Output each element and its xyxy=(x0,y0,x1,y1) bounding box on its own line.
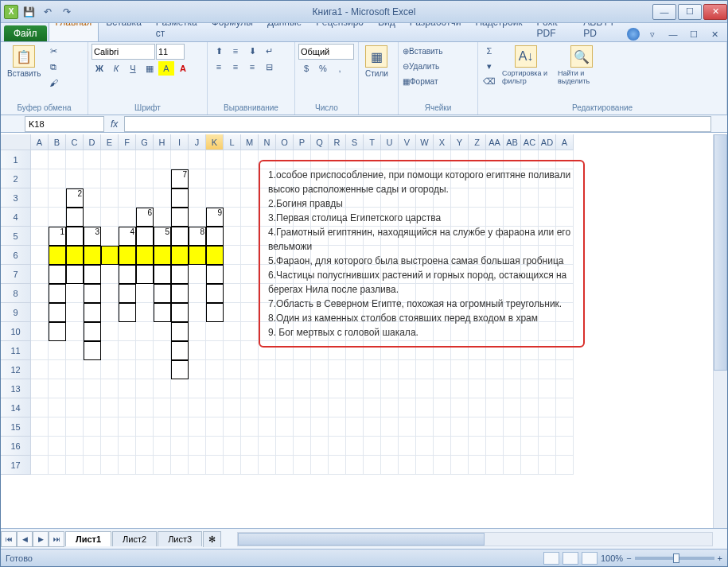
column-header[interactable]: U xyxy=(381,134,399,150)
cell[interactable] xyxy=(539,417,556,437)
cell[interactable] xyxy=(171,417,189,437)
crossword-cell[interactable] xyxy=(154,303,171,322)
cell[interactable] xyxy=(31,169,49,188)
sheet-tab[interactable]: Лист2 xyxy=(112,531,157,546)
cell[interactable] xyxy=(241,150,259,169)
cell[interactable] xyxy=(136,379,154,398)
cell[interactable] xyxy=(521,379,539,398)
font-color-button[interactable]: А xyxy=(175,61,191,76)
cell[interactable] xyxy=(241,246,259,265)
cell[interactable] xyxy=(101,303,119,322)
cell[interactable] xyxy=(556,360,574,379)
cell[interactable] xyxy=(224,379,241,398)
row-header[interactable]: 11 xyxy=(1,341,31,360)
cell[interactable] xyxy=(434,417,451,437)
cell[interactable] xyxy=(119,341,136,360)
column-header[interactable]: N xyxy=(259,134,276,150)
cell[interactable] xyxy=(469,437,486,456)
cell[interactable] xyxy=(84,169,101,188)
cell[interactable] xyxy=(504,417,521,437)
cell[interactable] xyxy=(276,437,294,456)
cell[interactable] xyxy=(66,322,84,341)
row-header[interactable]: 14 xyxy=(1,398,31,417)
column-header[interactable]: Q xyxy=(311,134,329,150)
cell[interactable] xyxy=(329,398,346,417)
crossword-cell[interactable] xyxy=(84,303,101,322)
comma-button[interactable]: , xyxy=(332,61,348,76)
cell[interactable] xyxy=(101,208,119,227)
cell[interactable] xyxy=(241,341,259,360)
vertical-scrollbar[interactable] xyxy=(713,134,727,528)
cell[interactable] xyxy=(84,150,101,169)
undo-button[interactable]: ↶ xyxy=(39,3,56,21)
cell[interactable] xyxy=(119,456,136,475)
cell[interactable] xyxy=(434,456,451,475)
cell[interactable] xyxy=(49,341,66,360)
cell[interactable] xyxy=(346,398,364,417)
cell[interactable] xyxy=(31,188,49,208)
crossword-cell[interactable] xyxy=(84,246,101,265)
underline-button[interactable]: Ч xyxy=(125,61,141,76)
crossword-cell[interactable] xyxy=(84,341,101,360)
cell[interactable] xyxy=(84,417,101,437)
font-name-combo[interactable]: Calibri xyxy=(91,44,155,60)
column-header[interactable]: S xyxy=(346,134,364,150)
cell[interactable] xyxy=(189,208,206,227)
cell[interactable] xyxy=(154,437,171,456)
cell[interactable] xyxy=(381,417,399,437)
align-top-button[interactable]: ⬆ xyxy=(211,44,227,58)
cell[interactable] xyxy=(224,188,241,208)
crossword-cell[interactable] xyxy=(206,284,224,303)
cell[interactable] xyxy=(136,360,154,379)
cell[interactable] xyxy=(364,456,381,475)
cell[interactable] xyxy=(241,265,259,284)
crossword-cell[interactable] xyxy=(119,284,136,303)
cell[interactable] xyxy=(416,417,434,437)
cell[interactable] xyxy=(469,398,486,417)
insert-cells-button[interactable]: ⊕ Вставить xyxy=(402,44,443,58)
cell[interactable] xyxy=(206,322,224,341)
row-header[interactable]: 2 xyxy=(1,169,31,188)
cell[interactable] xyxy=(84,437,101,456)
cell[interactable] xyxy=(486,417,504,437)
percent-button[interactable]: % xyxy=(315,61,331,76)
cell[interactable] xyxy=(66,437,84,456)
cell[interactable] xyxy=(469,360,486,379)
format-cells-button[interactable]: ▦ Формат xyxy=(402,74,439,88)
formula-input[interactable] xyxy=(124,116,711,132)
cut-button[interactable]: ✂ xyxy=(45,44,61,58)
cell[interactable] xyxy=(171,379,189,398)
styles-button[interactable]: ▦ Стили xyxy=(362,44,391,80)
cell[interactable] xyxy=(224,208,241,227)
align-bottom-button[interactable]: ⬇ xyxy=(244,44,260,58)
cell[interactable] xyxy=(136,322,154,341)
cell[interactable] xyxy=(399,398,416,417)
column-header[interactable]: A xyxy=(31,134,49,150)
cell[interactable] xyxy=(434,437,451,456)
cell[interactable] xyxy=(434,379,451,398)
column-header[interactable]: L xyxy=(224,134,241,150)
cell[interactable] xyxy=(259,360,276,379)
cell[interactable] xyxy=(49,360,66,379)
cell[interactable] xyxy=(364,417,381,437)
cell[interactable] xyxy=(241,456,259,475)
cell[interactable] xyxy=(84,208,101,227)
cell[interactable] xyxy=(189,265,206,284)
cell[interactable] xyxy=(224,303,241,322)
minimize-ribbon-button[interactable]: ▿ xyxy=(644,27,660,41)
column-header[interactable]: H xyxy=(154,134,171,150)
name-box[interactable]: K18 xyxy=(25,116,104,132)
save-button[interactable]: 💾 xyxy=(20,3,37,21)
cell[interactable] xyxy=(101,437,119,456)
cell[interactable] xyxy=(224,437,241,456)
crossword-cell[interactable] xyxy=(206,246,224,265)
fill-color-button[interactable]: А xyxy=(158,61,174,76)
cell[interactable] xyxy=(224,150,241,169)
cell[interactable] xyxy=(381,437,399,456)
cell[interactable] xyxy=(486,398,504,417)
crossword-cell[interactable] xyxy=(49,246,66,265)
cell[interactable] xyxy=(136,169,154,188)
cell[interactable] xyxy=(101,379,119,398)
cell[interactable] xyxy=(206,188,224,208)
row-header[interactable]: 10 xyxy=(1,322,31,341)
